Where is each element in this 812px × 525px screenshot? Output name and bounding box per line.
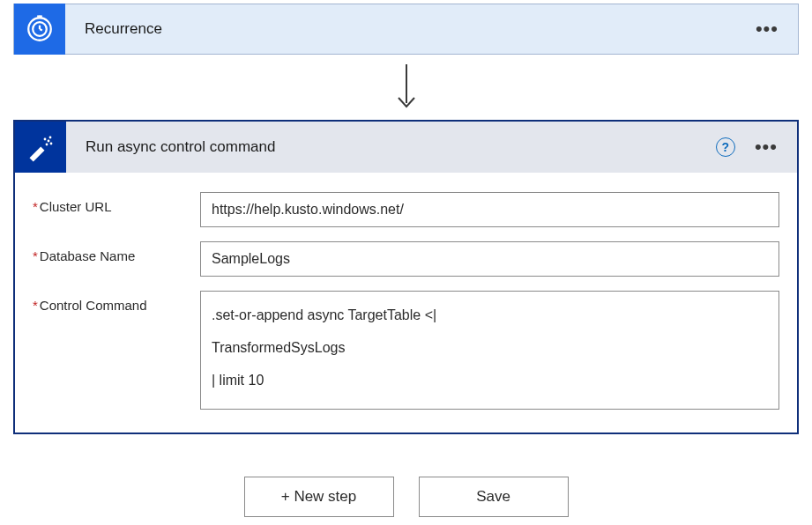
recurrence-icon xyxy=(14,4,65,55)
more-icon[interactable]: ••• xyxy=(756,19,778,39)
database-name-input[interactable] xyxy=(200,241,779,277)
field-database-name: *Database Name xyxy=(33,234,779,284)
svg-point-12 xyxy=(50,143,53,145)
svg-point-10 xyxy=(46,144,48,146)
more-icon[interactable]: ••• xyxy=(755,137,778,157)
action-actions: ? ••• xyxy=(716,137,797,157)
trigger-actions: ••• xyxy=(756,19,798,39)
field-label: *Cluster URL xyxy=(33,192,200,214)
field-cluster-url: *Cluster URL xyxy=(33,185,779,234)
svg-line-3 xyxy=(40,29,42,30)
field-label: *Database Name xyxy=(33,241,200,263)
svg-point-8 xyxy=(44,138,47,141)
trigger-card[interactable]: Recurrence ••• xyxy=(13,4,799,55)
field-control-command: *Control Command .set-or-append async Ta… xyxy=(33,284,779,417)
svg-rect-7 xyxy=(30,147,45,162)
action-card: Run async control command ? ••• *Cluster… xyxy=(13,120,799,434)
action-form: *Cluster URL *Database Name *Control Com… xyxy=(15,173,797,433)
control-command-input[interactable]: .set-or-append async TargetTable <| Tran… xyxy=(200,291,779,410)
arrow-connector xyxy=(13,55,799,120)
new-step-button[interactable]: + New step xyxy=(244,477,394,517)
svg-point-9 xyxy=(48,140,50,143)
field-label: *Control Command xyxy=(33,291,200,313)
action-title: Run async control command xyxy=(66,138,716,156)
help-icon[interactable]: ? xyxy=(716,137,735,157)
cluster-url-input[interactable] xyxy=(200,192,779,227)
save-button[interactable]: Save xyxy=(419,477,569,517)
trigger-title: Recurrence xyxy=(65,20,756,38)
svg-point-11 xyxy=(49,137,52,139)
kusto-icon xyxy=(15,122,66,173)
footer-buttons: + New step Save xyxy=(13,477,799,517)
action-header[interactable]: Run async control command ? ••• xyxy=(15,122,797,173)
